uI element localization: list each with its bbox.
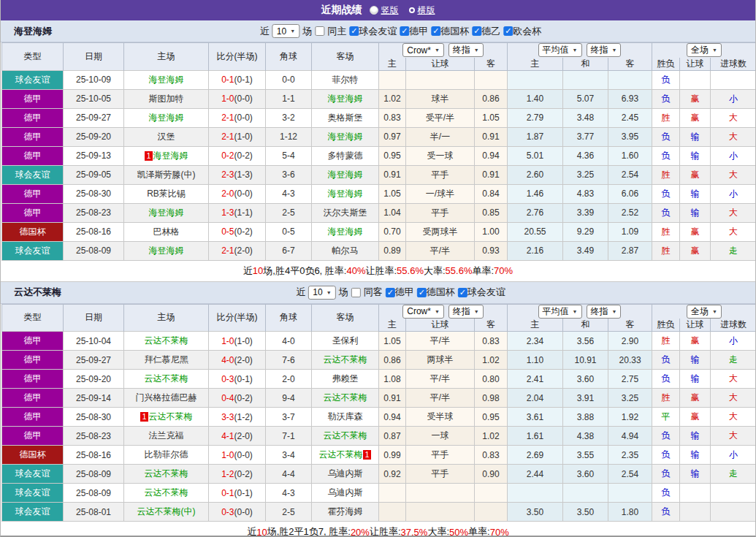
avg-away: 20.33 — [608, 351, 652, 370]
winlose-result: 负 — [652, 427, 680, 446]
handicap-result: 赢 — [680, 332, 711, 351]
col-type: 类型 — [2, 304, 64, 332]
league-filter-item: 德甲 — [400, 25, 428, 38]
away-team-name: 云达不莱梅 — [318, 449, 362, 460]
odds-away — [475, 484, 508, 503]
summary-segment: 让胜率: — [365, 264, 397, 278]
header-dropdown-row: 类型 日期 主场 比分(半场) 角球 客场 Crow*▼终指▼ 平均值▼终指▼ … — [2, 43, 756, 58]
scope-select[interactable]: 全场▼ — [687, 305, 722, 319]
results-table-bremen: 类型 日期 主场 比分(半场) 角球 客场 Crow*▼终指▼ 平均值▼终指▼ … — [1, 304, 756, 522]
radio-horizontal-label[interactable]: 横版 — [418, 4, 435, 17]
checkbox-league-checked[interactable] — [472, 26, 481, 36]
radio-vertical-layout[interactable]: 竖版 — [370, 4, 399, 17]
radio-unselected-icon[interactable] — [409, 7, 415, 13]
chevron-down-icon: ▼ — [474, 47, 479, 53]
league-filter-label: 德甲 — [409, 25, 428, 38]
col-handicap-result: 让球 — [680, 58, 711, 71]
away-team: 海登海姆 — [312, 165, 379, 184]
odds-source-select[interactable]: Crow*▼ — [402, 43, 444, 57]
league-filter-label: 欧会杯 — [513, 25, 541, 38]
score-cell: 0-4(0-2) — [209, 389, 266, 408]
league-filter-item: 德甲 — [386, 286, 414, 299]
avg-time-select[interactable]: 终指▼ — [587, 305, 622, 319]
match-row: 球会友谊 25-08-01 云达不莱梅(中) 0-3(0-0) 2-5 霍芬海姆… — [2, 503, 756, 522]
odds-home: 0.86 — [379, 351, 406, 370]
league-badge: 球会友谊 — [2, 503, 64, 522]
corner-score: 2-0 — [266, 370, 312, 389]
league-badge: 德甲 — [2, 389, 64, 408]
fulltime-score: 1-0 — [221, 450, 234, 460]
odds-home: 1.02 — [379, 89, 406, 108]
score-cell: 2-3(1-3) — [209, 165, 266, 184]
recent-results-page: 近期战绩 竖版 横版 海登海姆 近 10▼ 场 同主 球会友谊 德甲 — [0, 0, 756, 537]
league-badge: 德甲 — [2, 89, 64, 108]
chevron-down-icon: ▼ — [290, 28, 295, 34]
fulltime-score: 2-1 — [221, 245, 234, 256]
avg-time-select[interactable]: 终指▼ — [587, 43, 622, 57]
avg-source-select[interactable]: 平均值▼ — [538, 43, 582, 57]
filter-bar: 近 10▼ 场 同主 球会友谊 德甲 德国杯 德乙 欧会杯 — [260, 24, 541, 38]
match-count-select[interactable]: 10▼ — [272, 24, 299, 38]
odds-handicap: 两球半 — [406, 351, 475, 370]
avg-source-select[interactable]: 平均值▼ — [538, 305, 582, 319]
checkbox-league-checked[interactable] — [386, 288, 395, 297]
fulltime-score: 3-3 — [221, 412, 234, 422]
goals-result — [711, 70, 756, 89]
checkbox-league-checked[interactable] — [400, 26, 409, 36]
avg-away: 2.75 — [608, 370, 652, 389]
odds-handicap — [406, 70, 475, 89]
radio-selected-icon[interactable] — [370, 6, 378, 15]
goals-result: 大 — [711, 127, 756, 146]
corner-score: 3-7 — [266, 408, 312, 427]
match-row: 德甲 25-09-13 1海登海姆 0-2(0-2) 5-4 多特蒙德 0.95… — [2, 146, 756, 165]
top-title-bar: 近期战绩 竖版 横版 — [1, 0, 755, 20]
fulltime-score: 2-1 — [221, 132, 234, 142]
checkbox-same-home[interactable] — [315, 26, 324, 36]
goals-result: 大 — [711, 203, 756, 222]
home-team-name: 海登海姆 — [149, 245, 184, 256]
odds-away — [475, 503, 508, 522]
radio-horizontal-layout[interactable]: 横版 — [409, 4, 435, 17]
league-filter-item: 球会友谊 — [458, 286, 505, 299]
chevron-down-icon: ▼ — [435, 47, 440, 53]
winlose-result: 负 — [652, 484, 680, 503]
home-team: 海登海姆 — [124, 108, 209, 127]
home-team: 1云达不莱梅 — [124, 408, 209, 427]
odds-time-select[interactable]: 终指▼ — [448, 305, 484, 319]
chevron-down-icon: ▼ — [573, 47, 578, 53]
avg-home: 1.40 — [508, 89, 563, 108]
checkbox-league-checked[interactable] — [417, 288, 427, 297]
halftime-score: (0-2) — [234, 469, 253, 479]
scope-select[interactable]: 全场▼ — [687, 43, 722, 57]
league-badge: 德甲 — [2, 332, 64, 351]
summary-segment: 10 — [253, 265, 263, 276]
odds-handicap: 平/半 — [406, 332, 475, 351]
odds-handicap: 受半球 — [406, 408, 475, 427]
winlose-result: 胜 — [652, 222, 680, 241]
halftime-score: (2-0) — [234, 355, 253, 365]
odds-away: 0.85 — [475, 203, 508, 222]
halftime-score: (0-2) — [234, 151, 253, 161]
checkbox-league-checked[interactable] — [458, 288, 467, 297]
checkbox-league-checked[interactable] — [503, 26, 513, 36]
radio-vertical-label[interactable]: 竖版 — [381, 4, 399, 17]
chevron-down-icon: ▼ — [474, 309, 479, 314]
match-date: 25-08-16 — [64, 446, 124, 465]
match-count-select[interactable]: 10▼ — [308, 286, 335, 300]
odds-handicap: 受平/半 — [406, 108, 475, 127]
halftime-score: (0-0) — [234, 507, 253, 517]
match-row: 球会友谊 25-08-09 海登海姆 2-1(2-0) 6-7 帕尔马 0.89… — [2, 241, 756, 260]
checkbox-league-checked[interactable] — [431, 26, 440, 36]
halftime-score: (0-1) — [234, 75, 253, 85]
odds-source-select[interactable]: Crow*▼ — [402, 305, 444, 319]
odds-time-select[interactable]: 终指▼ — [448, 43, 484, 57]
odds-group-header: Crow*▼终指▼ — [379, 43, 508, 58]
checkbox-same-away[interactable] — [351, 288, 361, 297]
away-team: 弗赖堡 — [312, 370, 379, 389]
checkbox-league-checked[interactable] — [349, 26, 359, 36]
odds-home — [379, 503, 406, 522]
odds-handicap: 球半 — [406, 89, 475, 108]
avg-home: 5.01 — [508, 146, 563, 165]
col-avg-home: 主 — [508, 319, 563, 332]
avg-home: 1.87 — [508, 127, 563, 146]
